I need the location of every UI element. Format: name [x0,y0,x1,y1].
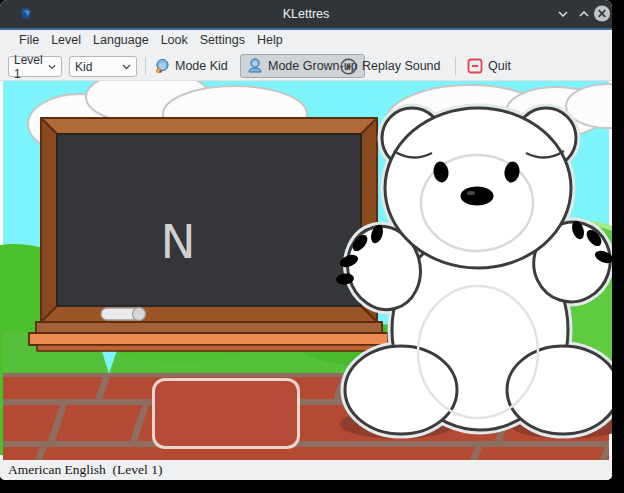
titlebar[interactable]: KLettres [0,0,612,28]
mode-kid-label: Mode Kid [175,59,228,73]
mode-kid-button[interactable]: Mode Kid [148,54,234,78]
kid-theme-scene: N [0,81,612,460]
chevron-down-icon [48,64,56,70]
maximize-button[interactable] [575,5,593,23]
close-icon [593,4,611,23]
chevron-down-icon [122,64,131,70]
menu-help[interactable]: Help [251,30,289,50]
statusbar: American English (Level 1) [0,460,612,480]
chalk [101,308,146,321]
status-language-level: American English (Level 1) [0,462,162,478]
quit-icon [467,58,483,74]
theme-combobox[interactable]: Kid [69,56,137,77]
klettres-window: KLettres File Level Language Look Settin… [0,0,612,480]
menu-level[interactable]: Level [45,30,87,50]
menu-file[interactable]: File [13,30,45,50]
replay-sound-icon [340,58,357,75]
chalkboard-surface [57,134,361,306]
quit-button[interactable]: Quit [461,54,517,78]
blackboard [29,118,388,351]
chevron-down-icon [557,10,569,18]
level-combobox[interactable]: Level 1 [8,56,62,77]
menu-language[interactable]: Language [87,30,155,50]
menu-look[interactable]: Look [155,30,194,50]
theme-combobox-value: Kid [75,60,92,74]
screenshot-canvas: KLettres File Level Language Look Settin… [0,0,624,493]
window-title: KLettres [0,0,612,28]
toolbar-separator [145,57,146,75]
close-button[interactable] [593,4,611,22]
letter-input-box[interactable] [152,378,300,449]
quit-label: Quit [488,59,511,73]
replay-sound-button[interactable]: Replay Sound [334,54,447,78]
toolbar: Level 1 Kid Mode Kid [0,50,612,81]
mode-grownup-icon [247,58,263,74]
level-combobox-value: Level 1 [14,53,48,81]
menubar: File Level Language Look Settings Help [0,30,612,50]
ledge-front [29,333,388,345]
minimize-button[interactable] [554,5,572,23]
menu-settings[interactable]: Settings [194,30,251,50]
replay-sound-label: Replay Sound [362,59,441,73]
ledge-bottom [37,345,381,351]
blackboard-letter: N [160,214,195,269]
toolbar-separator [455,57,456,75]
chevron-up-icon [578,10,590,18]
mode-kid-icon [154,58,170,74]
scene-graphic: N [0,81,612,460]
ledge-top [36,322,382,333]
